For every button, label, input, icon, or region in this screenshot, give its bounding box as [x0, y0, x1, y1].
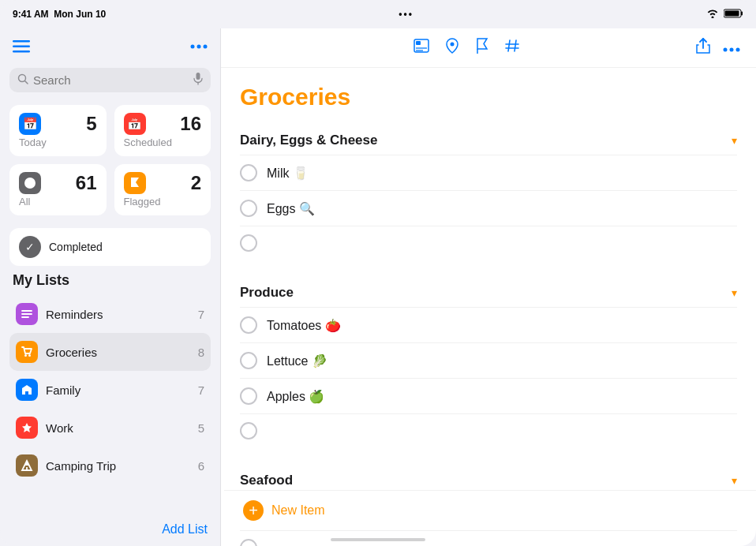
reminder-item-milk: Milk 🥛 [240, 155, 737, 191]
completed-label: Completed [49, 241, 103, 253]
new-item-bar: + New Item [224, 490, 756, 530]
sidebar: 📅 5 Today 📅 16 Scheduled 61 [0, 28, 221, 546]
mic-icon[interactable] [193, 73, 203, 88]
reminder-circle-eggs[interactable] [240, 200, 257, 217]
svg-rect-5 [13, 50, 30, 53]
section-chevron-produce[interactable]: ▾ [732, 286, 737, 299]
reminders-name: Reminders [46, 308, 190, 321]
all-label: All [19, 196, 97, 208]
svg-point-7 [197, 45, 201, 49]
groceries-icon [16, 341, 38, 363]
svg-line-10 [25, 81, 28, 84]
svg-marker-19 [22, 423, 32, 432]
share-toolbar-icon[interactable] [696, 38, 710, 58]
lists-container: Reminders 7 Groceries 8 Family 7 [9, 295, 211, 484]
svg-rect-2 [725, 11, 739, 17]
camping-name: Camping Trip [46, 459, 190, 473]
reminder-circle-apples[interactable] [240, 387, 257, 405]
search-bar[interactable] [9, 68, 211, 92]
smart-tile-scheduled[interactable]: 📅 16 Scheduled [114, 105, 211, 156]
produce-add-row [240, 414, 737, 447]
reminder-text-tomatoes: Tomatoes 🍅 [267, 318, 341, 333]
all-count: 61 [76, 172, 97, 194]
reminder-circle-lettuce[interactable] [240, 352, 257, 369]
reminders-count: 7 [198, 308, 204, 321]
list-item-camping[interactable]: Camping Trip 6 [9, 447, 211, 484]
smart-tile-all[interactable]: 61 All [9, 164, 107, 215]
scheduled-count: 16 [180, 113, 201, 135]
camping-icon [16, 454, 38, 477]
list-title: Groceries [240, 84, 737, 110]
svg-point-6 [191, 45, 195, 49]
main-toolbar [221, 28, 756, 68]
groceries-count: 8 [198, 346, 204, 359]
smart-tile-today[interactable]: 📅 5 Today [9, 105, 107, 156]
svg-point-34 [730, 48, 734, 52]
section-title-produce: Produce [240, 285, 294, 301]
produce-add-circle[interactable] [240, 422, 257, 439]
list-item-work[interactable]: Work 5 [9, 409, 211, 447]
svg-rect-3 [13, 40, 30, 43]
svg-rect-1 [741, 12, 743, 16]
section-produce: Produce ▾ Tomatoes 🍅 Lettuce 🥬 Apples 🍏 [240, 279, 737, 447]
new-item-label[interactable]: New Item [271, 503, 325, 518]
sidebar-more-button[interactable] [187, 35, 211, 58]
search-input[interactable] [33, 73, 189, 87]
dairy-add-circle[interactable] [240, 234, 257, 252]
dairy-add-row [240, 226, 737, 260]
seafood-add-circle[interactable] [240, 539, 257, 546]
svg-rect-24 [416, 41, 421, 45]
svg-point-8 [204, 45, 208, 49]
add-list-button[interactable]: Add List [9, 513, 211, 540]
all-icon [19, 172, 41, 194]
flagged-count: 2 [191, 172, 201, 194]
svg-rect-4 [13, 46, 30, 48]
camping-count: 6 [198, 459, 204, 473]
status-indicators [706, 9, 743, 20]
new-item-plus-button[interactable]: + [243, 500, 264, 521]
family-name: Family [46, 383, 190, 397]
toolbar-right-icons [696, 38, 740, 58]
work-icon [16, 417, 38, 439]
smart-tile-flagged[interactable]: 2 Flagged [114, 164, 211, 215]
my-lists-header: My Lists [13, 272, 208, 289]
completed-tile[interactable]: ✓ Completed [9, 228, 211, 266]
hashtag-toolbar-icon[interactable] [505, 39, 519, 57]
list-item-groceries[interactable]: Groceries 8 [9, 333, 211, 371]
content-area: Groceries Dairy, Eggs & Cheese ▾ Milk 🥛 … [221, 68, 756, 546]
reminder-item-apples: Apples 🍏 [240, 379, 737, 414]
flagged-label: Flagged [124, 196, 202, 208]
section-title-seafood: Seafood [240, 473, 293, 488]
reminder-text-lettuce: Lettuce 🥬 [267, 353, 327, 368]
toolbar-center-icons [414, 38, 519, 58]
app-container: 📅 5 Today 📅 16 Scheduled 61 [0, 28, 756, 546]
more-toolbar-icon[interactable] [723, 39, 740, 56]
work-name: Work [46, 421, 190, 435]
section-chevron-seafood[interactable]: ▾ [732, 474, 737, 487]
reminder-item-tomatoes: Tomatoes 🍅 [240, 308, 737, 343]
svg-point-13 [24, 178, 36, 189]
reminder-circle-milk[interactable] [240, 164, 257, 181]
list-item-family[interactable]: Family 7 [9, 371, 211, 409]
scheduled-label: Scheduled [124, 136, 202, 148]
section-chevron-dairy[interactable]: ▾ [732, 134, 737, 147]
svg-point-17 [24, 354, 27, 357]
work-count: 5 [198, 421, 204, 435]
list-item-reminders[interactable]: Reminders 7 [9, 295, 211, 333]
scheduled-icon: 📅 [124, 113, 146, 135]
home-indicator [331, 538, 425, 541]
flag-toolbar-icon[interactable] [475, 38, 489, 58]
location-toolbar-icon[interactable] [445, 38, 459, 58]
reminder-text-apples: Apples 🍏 [267, 389, 324, 404]
completed-icon: ✓ [19, 236, 41, 258]
today-count: 5 [86, 113, 96, 135]
svg-rect-11 [196, 73, 200, 80]
flagged-icon [124, 172, 146, 194]
svg-point-35 [736, 48, 740, 52]
svg-point-27 [451, 43, 455, 47]
svg-line-29 [508, 40, 510, 51]
svg-line-30 [515, 40, 516, 51]
sidebar-toggle-button[interactable] [9, 35, 33, 58]
image-toolbar-icon[interactable] [414, 39, 429, 57]
reminder-circle-tomatoes[interactable] [240, 316, 257, 334]
